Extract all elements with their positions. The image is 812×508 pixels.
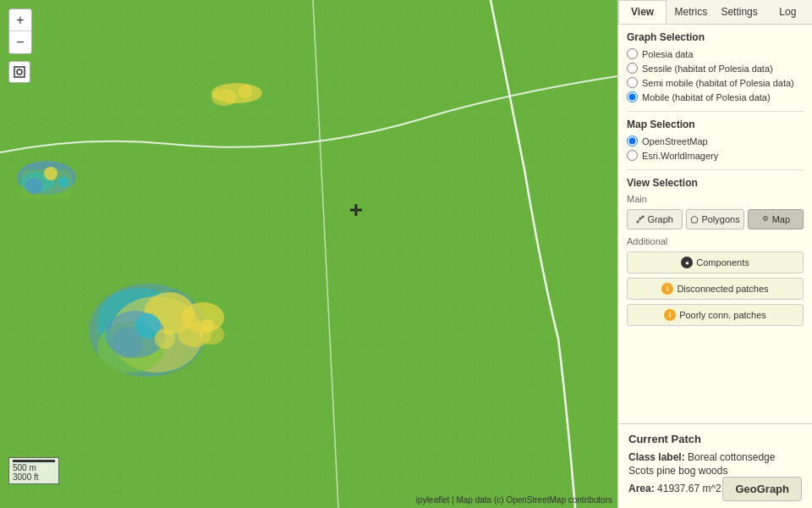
zoom-in-button[interactable]: +	[9, 9, 31, 31]
info-icon-poorly: i	[664, 309, 676, 321]
btn-map[interactable]: Map	[748, 209, 804, 229]
radio-esri-input[interactable]	[627, 150, 638, 161]
svg-marker-30	[691, 216, 698, 223]
svg-point-3	[44, 167, 58, 180]
btn-graph[interactable]: Graph	[627, 209, 683, 229]
scale-label-top: 500 m	[13, 463, 55, 472]
patch-class-label: Class label: Boreal cottonsedge Scots pi…	[628, 450, 802, 479]
radio-semi-mobile-input[interactable]	[627, 77, 638, 88]
svg-point-13	[155, 329, 175, 349]
info-icon-disconnected: i	[661, 283, 673, 295]
map-selection-title: Map Selection	[627, 119, 804, 130]
radio-osm[interactable]: OpenStreetMap	[627, 135, 804, 146]
view-button-group: Graph Polygons Map	[627, 209, 804, 229]
current-patch-section: Current Patch Class label: Boreal cotton…	[618, 423, 812, 508]
tab-view[interactable]: View	[618, 0, 667, 24]
map-icon	[761, 215, 770, 224]
svg-rect-23	[14, 67, 25, 77]
zoom-out-button[interactable]: −	[9, 31, 31, 53]
polygon-icon	[690, 215, 699, 224]
svg-point-18	[200, 319, 214, 333]
divider-2	[627, 169, 804, 170]
btn-poorly-connected[interactable]: i Poorly conn. patches	[627, 304, 804, 326]
btn-components[interactable]: ● Components	[627, 251, 804, 273]
graph-icon	[636, 215, 645, 224]
geograph-button[interactable]: GeoGraph	[722, 477, 802, 501]
zoom-extent-button[interactable]	[8, 61, 30, 83]
svg-point-5	[58, 177, 69, 187]
map-selection-group: OpenStreetMap Esri.WorldImagery	[627, 135, 804, 161]
btn-disconnected-patches[interactable]: i Disconnected patches	[627, 278, 804, 300]
scale-bar: 500 m 3000 ft	[8, 457, 59, 484]
svg-point-20	[211, 89, 237, 106]
view-selection-title: View Selection	[627, 177, 804, 189]
svg-point-24	[17, 69, 22, 75]
radio-semi-mobile[interactable]: Semi mobile (habitat of Polesia data)	[627, 77, 804, 88]
svg-point-21	[239, 85, 252, 98]
radio-esri[interactable]: Esri.WorldImagery	[627, 150, 804, 161]
graph-selection-title: Graph Selection	[627, 31, 804, 43]
tab-settings[interactable]: Settings	[716, 0, 764, 24]
svg-point-14	[112, 328, 142, 358]
svg-text:✛: ✛	[349, 202, 362, 219]
current-patch-title: Current Patch	[628, 433, 802, 445]
btn-polygons[interactable]: Polygons	[686, 209, 743, 229]
extent-icon	[14, 66, 25, 78]
svg-line-28	[638, 218, 640, 222]
divider-1	[627, 111, 804, 112]
tab-log[interactable]: Log	[764, 0, 812, 24]
svg-point-4	[25, 178, 42, 195]
radio-polesia-input[interactable]	[627, 48, 638, 59]
dot-icon-components: ●	[681, 257, 693, 268]
radio-sessile-input[interactable]	[627, 63, 638, 74]
additional-label: Additional	[627, 236, 804, 246]
radio-polesia[interactable]: Polesia data	[627, 48, 804, 59]
radio-osm-input[interactable]	[627, 135, 638, 146]
radio-sessile[interactable]: Sessile (habitat of Polesia data)	[627, 63, 804, 74]
main-label: Main	[627, 194, 804, 204]
radio-mobile-input[interactable]	[627, 91, 638, 102]
radio-mobile[interactable]: Mobile (habitat of Polesia data)	[627, 91, 804, 102]
tab-bar: View Metrics Settings Log	[618, 0, 812, 25]
map-area[interactable]: ✛ + − 500 m 3000 ft ipyleaflet | Map dat…	[0, 0, 617, 508]
graph-selection-group: Polesia data Sessile (habitat of Polesia…	[627, 48, 804, 102]
map-attribution: ipyleaflet | Map data (c) OpenStreetMap …	[0, 495, 617, 505]
zoom-controls: + −	[8, 8, 32, 54]
right-panel: View Metrics Settings Log Graph Selectio…	[617, 0, 812, 508]
tab-metrics[interactable]: Metrics	[667, 0, 715, 24]
scale-label-bottom: 3000 ft	[13, 472, 55, 482]
